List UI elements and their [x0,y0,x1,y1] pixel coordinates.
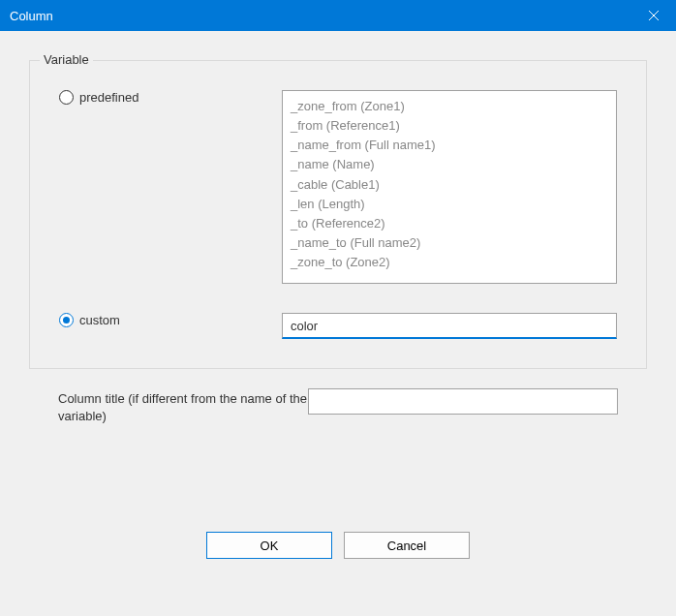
predefined-listbox[interactable]: _zone_from (Zone1) _from (Reference1) _n… [282,90,617,284]
close-button[interactable] [631,0,676,31]
list-item[interactable]: _zone_from (Zone1) [291,97,608,116]
list-item[interactable]: _from (Reference1) [291,116,608,136]
list-item[interactable]: _to (Reference2) [291,214,608,233]
titlebar: Column [0,0,676,31]
custom-radio-label[interactable]: custom [79,313,120,327]
dialog-content: Variable predefined _zone_from (Zone1) _… [0,31,676,578]
custom-input[interactable] [282,313,617,339]
variable-fieldset: Variable predefined _zone_from (Zone1) _… [29,60,647,369]
custom-row: custom [59,313,617,339]
close-icon [649,11,659,20]
predefined-radio[interactable] [59,90,74,105]
column-title-row: Column title (if different from the name… [29,388,647,425]
list-item[interactable]: _len (Length) [291,195,608,214]
list-item[interactable]: _name_from (Full name1) [291,136,608,155]
window-title: Column [10,9,53,23]
list-item[interactable]: _cable (Cable1) [291,175,608,195]
button-row: OK Cancel [29,532,647,559]
column-title-label: Column title (if different from the name… [58,388,308,425]
custom-radio[interactable] [59,313,74,327]
list-item[interactable]: _zone_to (Zone2) [291,253,608,272]
list-item[interactable]: _name (Name) [291,155,608,174]
ok-button[interactable]: OK [206,532,332,559]
fieldset-legend: Variable [40,52,93,67]
predefined-row: predefined _zone_from (Zone1) _from (Ref… [59,90,617,284]
predefined-radio-label[interactable]: predefined [79,90,138,105]
list-item[interactable]: _name_to (Full name2) [291,233,608,253]
cancel-button[interactable]: Cancel [344,532,470,559]
column-title-input[interactable] [308,388,618,415]
